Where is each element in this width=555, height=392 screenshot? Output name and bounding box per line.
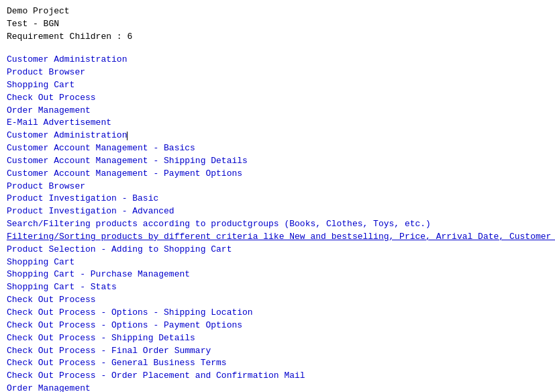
content-line[interactable]: Shopping Cart: [7, 79, 548, 92]
content-line[interactable]: Order Management: [7, 105, 548, 117]
content-line[interactable]: Customer Account Management - Payment Op…: [7, 168, 548, 181]
content-line[interactable]: Product Selection - Adding to Shopping C…: [7, 244, 548, 256]
content-line: Demo Project: [7, 5, 548, 18]
content-line[interactable]: Customer Administration: [7, 54, 548, 66]
content-line[interactable]: Check Out Process - General Business Ter…: [7, 357, 548, 370]
content-line: Requirement Children : 6: [7, 31, 548, 44]
empty-line: [7, 44, 548, 54]
content-line[interactable]: Customer Account Management - Basics: [7, 142, 548, 155]
content-line[interactable]: Shopping Cart - Stats: [7, 281, 548, 294]
content-line[interactable]: Search/Filtering products according to p…: [7, 218, 548, 231]
content-line[interactable]: Check Out Process: [7, 294, 548, 307]
content-line[interactable]: Check Out Process - Shipping Details: [7, 332, 548, 345]
content-line[interactable]: Check Out Process - Options - Shipping L…: [7, 307, 548, 320]
content-line[interactable]: Check Out Process: [7, 92, 548, 105]
content-area: Demo ProjectTest - BGNRequirement Childr…: [7, 5, 548, 392]
content-line[interactable]: Customer Account Management - Shipping D…: [7, 155, 548, 168]
content-line[interactable]: Customer Administration: [7, 130, 548, 142]
content-line[interactable]: Product Investigation - Basic: [7, 193, 548, 205]
content-line[interactable]: Product Investigation - Advanced: [7, 205, 548, 218]
content-line[interactable]: Shopping Cart: [7, 256, 548, 269]
content-line[interactable]: Product Browser: [7, 181, 548, 193]
content-line[interactable]: E-Mail Advertisement: [7, 117, 548, 130]
content-line[interactable]: Check Out Process - Order Placement and …: [7, 370, 548, 383]
content-line[interactable]: Shopping Cart - Purchase Management: [7, 268, 548, 281]
content-line[interactable]: Filtering/Sorting products by different …: [7, 231, 548, 244]
content-line: Test - BGN: [7, 18, 548, 31]
content-line[interactable]: Order Management: [7, 383, 548, 392]
content-line[interactable]: Product Browser: [7, 66, 548, 79]
content-line[interactable]: Check Out Process - Options - Payment Op…: [7, 320, 548, 332]
content-line[interactable]: Check Out Process - Final Order Summary: [7, 345, 548, 358]
